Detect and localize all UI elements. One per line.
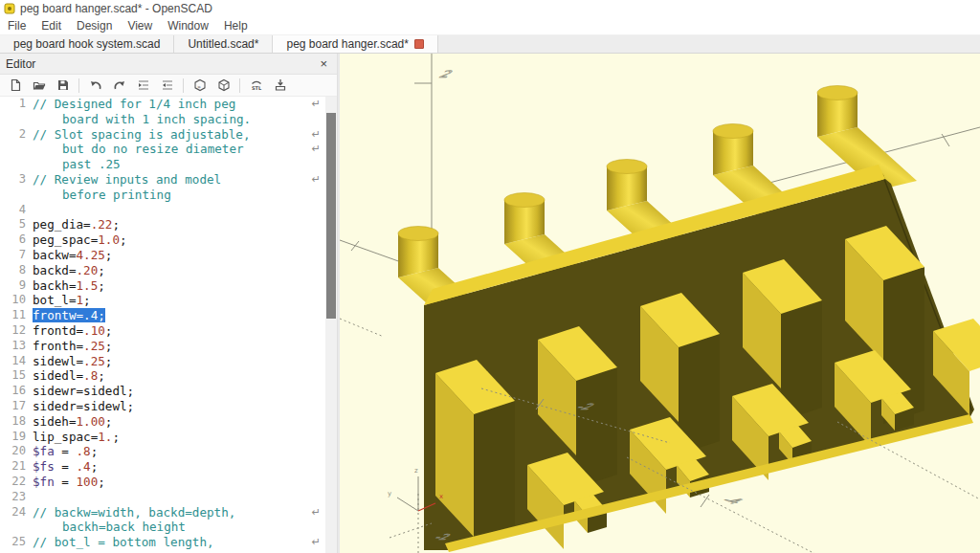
menu-item-edit[interactable]: Edit	[33, 18, 69, 33]
menu-item-window[interactable]: Window	[160, 18, 216, 33]
undo-button[interactable]	[84, 77, 106, 95]
code-text: past .25	[33, 157, 121, 172]
slot-column-front-face	[474, 401, 515, 539]
open-file-icon	[33, 78, 46, 92]
undo-icon	[89, 78, 102, 92]
code-line: before printing	[0, 188, 337, 203]
scrollbar-thumb[interactable]	[326, 113, 336, 319]
code-editor[interactable]: 1// Designed for 1/4 inch peg↵board with…	[0, 97, 337, 553]
axis-y-tick	[351, 241, 359, 251]
code-text: backw=4.25;	[33, 248, 112, 263]
gizmo-z-label: z	[414, 467, 418, 475]
code-line: 13fronth=.25;	[0, 339, 337, 354]
print-3d-button[interactable]	[269, 77, 291, 95]
line-number: 4	[0, 203, 33, 218]
line-number	[0, 142, 33, 157]
code-text: // bot_l = bottom length,	[33, 535, 214, 550]
code-line: 6peg_spac=1.0;	[0, 232, 337, 248]
line-number: 19	[0, 430, 33, 445]
code-text: sidewl=.25;	[33, 354, 112, 369]
code-line: but do no resize diameter↵	[0, 142, 337, 157]
code-line: 8backd=.20;	[0, 263, 337, 278]
code-text: lip_spac=1.;	[33, 430, 120, 445]
code-text: // Designed for 1/4 inch peg	[33, 97, 235, 112]
code-line: 10bot_l=1;	[0, 293, 337, 308]
window-title: peg board hanger.scad* - OpenSCAD	[20, 2, 212, 15]
line-wrap-icon: ↵	[312, 535, 321, 550]
menu-item-view[interactable]: View	[120, 18, 160, 33]
line-number	[0, 520, 33, 535]
line-number: 18	[0, 414, 33, 430]
line-wrap-icon: ↵	[312, 172, 321, 188]
tab-label: peg board hook system.scad	[13, 37, 160, 51]
new-file-icon	[9, 78, 22, 92]
code-line: 21$fs = .4;	[0, 459, 337, 475]
code-text: backh=back height	[33, 520, 186, 535]
code-line: past .25	[0, 157, 337, 172]
editor-close-button[interactable]: ×	[316, 57, 331, 70]
line-number: 15	[0, 368, 33, 384]
editor-panel: Editor × »STL 1// Designed for 1/4 inch …	[0, 54, 338, 553]
code-line: 23	[0, 490, 337, 505]
code-line: 1// Designed for 1/4 inch peg↵	[0, 97, 337, 112]
tab-3[interactable]: peg board hanger.scad*	[273, 35, 437, 53]
code-line: 18sideh=1.00;	[0, 414, 337, 430]
editor-panel-title: Editor	[6, 57, 316, 71]
save-file-button[interactable]	[52, 77, 74, 95]
menu-item-file[interactable]: File	[0, 18, 33, 33]
code-line: 15sidedl=.8;	[0, 368, 337, 384]
tab-bar: peg board hook system.scadUntitled.scad*…	[0, 35, 980, 54]
code-line: 5peg_dia=.22;	[0, 217, 337, 232]
redo-button[interactable]	[108, 77, 130, 95]
line-number	[0, 157, 33, 172]
peg-top-cap	[713, 124, 753, 139]
code-text: board with 1 inch spacing.	[33, 112, 251, 127]
code-lines: 1// Designed for 1/4 inch peg↵board with…	[0, 97, 337, 550]
new-file-button[interactable]	[4, 77, 26, 95]
menu-item-design[interactable]: Design	[69, 18, 120, 33]
gizmo-y-label: y	[388, 490, 391, 498]
unindent-button[interactable]	[156, 77, 178, 95]
editor-scrollbar[interactable]	[325, 97, 337, 553]
line-number: 23	[0, 490, 33, 505]
code-text: sideh=1.00;	[33, 414, 112, 430]
code-line: 9backh=1.5;	[0, 278, 337, 294]
tab-label: Untitled.scad*	[188, 37, 258, 51]
peg-top-cap	[398, 227, 438, 241]
peg-top-cap	[607, 160, 647, 174]
code-line: 2// Slot spacing is adjustable,↵	[0, 127, 337, 143]
openscad-window: peg board hanger.scad* - OpenSCAD FileEd…	[0, 0, 980, 553]
line-number: 17	[0, 399, 33, 414]
preview-button[interactable]: »	[189, 77, 211, 95]
code-text: $fs = .4;	[33, 459, 98, 475]
code-text: sidewr=sidedl;	[33, 384, 134, 399]
line-number: 2	[0, 127, 33, 143]
line-wrap-icon: ↵	[312, 505, 321, 520]
code-text: peg_dia=.22;	[33, 217, 120, 232]
tab-1[interactable]: peg board hook system.scad	[0, 35, 174, 53]
line-number: 5	[0, 217, 33, 232]
peg-board-hanger-model	[398, 86, 980, 553]
code-line: 20$fa = .8;	[0, 444, 337, 459]
code-line: board with 1 inch spacing.	[0, 112, 337, 127]
menu-item-help[interactable]: Help	[216, 18, 256, 33]
tab-2[interactable]: Untitled.scad*	[174, 35, 273, 53]
viewport-3d[interactable]: 2 z y x	[340, 54, 980, 553]
editor-panel-header: Editor ×	[0, 54, 337, 75]
toolbar-separator	[239, 78, 240, 93]
code-text: fronth=.25;	[33, 339, 112, 354]
render-button[interactable]	[212, 77, 234, 95]
code-text: sidedr=sidewl;	[33, 399, 134, 414]
code-line: 17sidedr=sidewl;	[0, 399, 337, 414]
indent-button[interactable]	[132, 77, 154, 95]
code-text: // Review inputs and model	[33, 172, 221, 188]
code-text: before printing	[33, 188, 171, 203]
axis-scale-label: -4	[717, 496, 746, 505]
open-file-button[interactable]	[28, 77, 50, 95]
axis-scale-label: 2	[436, 68, 457, 79]
code-line: 12frontd=.10;	[0, 323, 337, 339]
code-text: $fa = .8;	[33, 444, 98, 459]
export-stl-button[interactable]: STL	[245, 77, 267, 95]
tab-close-icon[interactable]	[414, 39, 424, 49]
code-text: // backw=width, backd=depth,	[33, 505, 235, 520]
